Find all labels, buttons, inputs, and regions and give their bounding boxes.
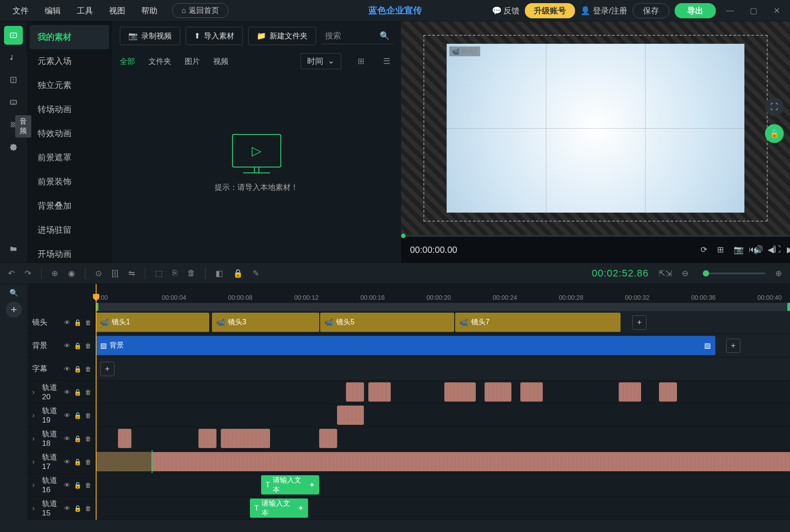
target-button[interactable]: ⊙ xyxy=(95,268,102,278)
audio-clip[interactable] xyxy=(118,429,131,448)
snapshot-button[interactable]: 📷 xyxy=(734,245,744,255)
loop-button[interactable]: ⟳ xyxy=(701,245,707,255)
lock-toggle[interactable]: 🔒 xyxy=(765,124,784,143)
zoom-slider[interactable] xyxy=(703,272,765,274)
import-button[interactable]: ⬆导入素材 xyxy=(186,27,243,45)
visibility-toggle[interactable]: 👁 xyxy=(64,412,70,419)
delete-track[interactable]: 🗑 xyxy=(85,319,91,326)
copy-button[interactable]: ⎘ xyxy=(173,268,177,278)
menu-view[interactable]: 视图 xyxy=(101,5,133,16)
iconbar-folder[interactable] xyxy=(4,239,23,258)
sidebar-item-my-assets[interactable]: 我的素材 xyxy=(30,25,109,49)
menu-file[interactable]: 文件 xyxy=(4,5,37,16)
iconbar-media[interactable] xyxy=(4,26,23,45)
zoom-out-button[interactable]: ⊖ xyxy=(682,268,689,278)
filter-video[interactable]: 视频 xyxy=(213,56,228,67)
expand-icon[interactable]: › xyxy=(32,481,38,490)
delete-track[interactable]: 🗑 xyxy=(85,389,91,396)
save-button[interactable]: 保存 xyxy=(633,3,669,18)
sidebar-item-entry-hold[interactable]: 进场驻留 xyxy=(30,218,109,242)
lock-toggle[interactable]: 🔒 xyxy=(74,412,81,419)
audio-clip[interactable] xyxy=(368,382,391,402)
filter-all[interactable]: 全部 xyxy=(120,56,135,67)
sidebar-item-effect[interactable]: 特效动画 xyxy=(30,121,109,146)
split-marker[interactable] xyxy=(152,450,152,473)
track-zoom-icon[interactable]: 🔍 xyxy=(9,289,18,297)
grid-button[interactable]: ⊞ xyxy=(717,245,724,255)
menu-help[interactable]: 帮助 xyxy=(133,5,165,16)
login-button[interactable]: 👤 登录/注册 xyxy=(580,5,627,16)
close-button[interactable]: ✕ xyxy=(768,6,786,16)
add-clip-button[interactable]: ⊕ xyxy=(51,268,58,278)
visibility-toggle[interactable]: 👁 xyxy=(64,435,70,442)
view-grid-button[interactable]: ⊞ xyxy=(355,56,367,66)
visibility-toggle[interactable]: 👁 xyxy=(64,458,70,465)
sort-dropdown[interactable]: 时间⌄ xyxy=(300,53,341,69)
audio-clip[interactable] xyxy=(444,382,476,402)
delete-track[interactable]: 🗑 xyxy=(85,412,91,419)
export-button[interactable]: 导出 xyxy=(675,3,716,18)
audio-clip[interactable] xyxy=(619,382,641,402)
expand-icon[interactable]: › xyxy=(32,388,38,397)
shot-clip[interactable]: 📹镜头5 xyxy=(320,313,454,332)
add-subtitle-button[interactable]: + xyxy=(100,362,114,376)
add-bg-button[interactable]: + xyxy=(726,339,740,353)
add-shot-button[interactable]: + xyxy=(632,315,646,330)
marker-strip[interactable] xyxy=(96,303,790,311)
fit-button[interactable]: ⇱⇲ xyxy=(659,268,672,278)
visibility-toggle[interactable]: 👁 xyxy=(64,365,70,373)
audio-clip[interactable] xyxy=(659,382,677,402)
audio-clip[interactable] xyxy=(346,382,364,402)
expand-icon[interactable]: › xyxy=(32,504,38,513)
audio-clip[interactable] xyxy=(319,429,337,448)
audio-clip[interactable] xyxy=(199,429,216,448)
lock-toggle[interactable]: 🔒 xyxy=(74,389,81,396)
sidebar-item-element-in[interactable]: 元素入场 xyxy=(30,49,109,73)
expand-icon[interactable]: › xyxy=(32,411,38,420)
preview-viewport[interactable]: 📹镜头1 ⛶ 🔒 xyxy=(401,21,790,235)
home-button[interactable]: ⌂ 返回首页 xyxy=(172,3,228,18)
redo-button[interactable]: ↷ xyxy=(25,268,31,278)
audio-clip[interactable] xyxy=(485,382,511,402)
zoom-in-button[interactable]: ⊕ xyxy=(775,268,782,278)
sidebar-item-bg-overlay[interactable]: 背景叠加 xyxy=(30,194,109,218)
view-list-button[interactable]: ☰ xyxy=(380,56,393,66)
shot-clip[interactable]: 📹镜头7 xyxy=(455,313,621,332)
visibility-toggle[interactable]: 👁 xyxy=(64,482,70,489)
lock-toggle[interactable]: 🔒 xyxy=(74,342,81,349)
lock-toggle[interactable]: 🔒 xyxy=(74,458,81,465)
delete-track[interactable]: 🗑 xyxy=(85,365,91,373)
lock-button[interactable]: 🔒 xyxy=(233,268,243,278)
delete-button[interactable]: 🗑 xyxy=(187,268,195,278)
out-marker[interactable] xyxy=(787,303,790,311)
mask-button[interactable]: ◧ xyxy=(215,268,223,278)
sidebar-item-fg-mask[interactable]: 前景遮罩 xyxy=(30,146,109,170)
goto-start-button[interactable]: ⏮ xyxy=(749,245,757,255)
lock-toggle[interactable]: 🔒 xyxy=(74,365,81,373)
text-clip[interactable]: T请输入文本✦ xyxy=(250,498,308,518)
shot-clip[interactable]: 📹镜头3 xyxy=(212,313,319,332)
iconbar-cc[interactable]: CC xyxy=(4,93,23,112)
delete-track[interactable]: 🗑 xyxy=(85,505,91,512)
visibility-toggle[interactable]: 👁 xyxy=(64,505,70,512)
zoom-thumb[interactable] xyxy=(703,270,709,276)
audio-fade[interactable] xyxy=(96,452,152,471)
lock-toggle[interactable]: 🔒 xyxy=(74,319,81,326)
preview-progress[interactable] xyxy=(401,235,790,237)
play-button[interactable]: ▶ xyxy=(787,245,790,255)
lock-toggle[interactable]: 🔒 xyxy=(74,435,81,442)
text-clip[interactable]: T请输入文本✦ xyxy=(261,475,319,494)
bg-clip[interactable]: ▨背景▨ xyxy=(96,336,715,355)
maximize-button[interactable]: ▢ xyxy=(744,6,762,16)
timeline-ruler[interactable]: 0:00 00:00:04 00:00:08 00:00:12 00:00:16… xyxy=(28,284,790,303)
filter-folder[interactable]: 文件夹 xyxy=(148,56,171,67)
audio-clip[interactable] xyxy=(221,429,270,448)
sidebar-item-fg-decor[interactable]: 前景装饰 xyxy=(30,170,109,194)
progress-thumb[interactable] xyxy=(401,234,406,238)
feedback-button[interactable]: 💬 反馈 xyxy=(492,5,520,16)
iconbar-audio[interactable] xyxy=(4,48,23,67)
record-video-button[interactable]: 📷录制视频 xyxy=(120,27,180,45)
visibility-toggle[interactable]: 👁 xyxy=(64,342,70,349)
delete-track[interactable]: 🗑 xyxy=(85,458,91,465)
menu-edit[interactable]: 编辑 xyxy=(37,5,69,16)
